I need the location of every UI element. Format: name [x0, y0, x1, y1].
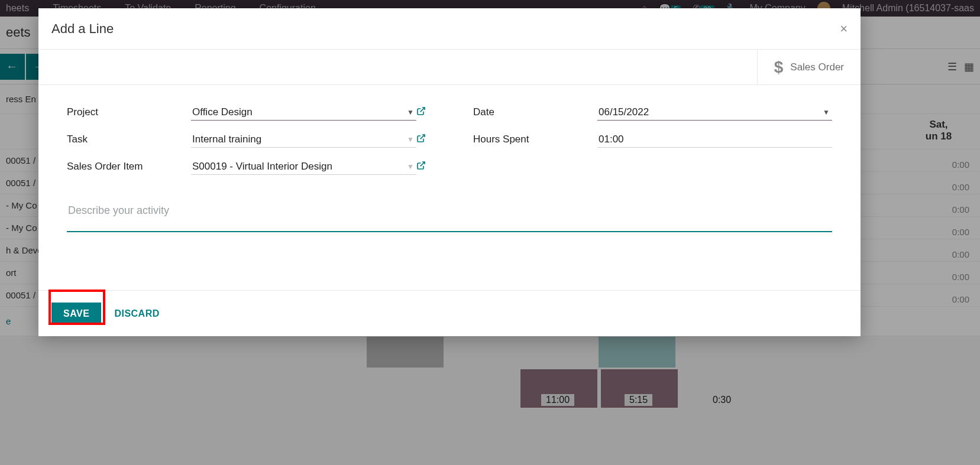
svg-line-0: [421, 108, 425, 112]
external-link-icon[interactable]: [416, 161, 426, 173]
date-input[interactable]: [597, 105, 832, 121]
sales-order-label: Sales Order: [790, 61, 844, 73]
sales-order-button[interactable]: $ Sales Order: [757, 50, 861, 84]
modal-title: Add a Line: [51, 21, 114, 37]
hours-spent-label: Hours Spent: [473, 134, 597, 145]
date-label: Date: [473, 106, 597, 118]
description-input[interactable]: [67, 201, 832, 232]
project-label: Project: [67, 106, 191, 118]
modal-header: Add a Line ×: [38, 8, 861, 50]
close-icon[interactable]: ×: [840, 21, 848, 37]
sales-order-item-label: Sales Order Item: [67, 161, 191, 173]
sales-order-item-input[interactable]: [191, 159, 416, 175]
dollar-icon: $: [774, 58, 784, 77]
add-line-modal: Add a Line × $ Sales Order Project ▼: [38, 8, 861, 336]
project-input[interactable]: [191, 105, 416, 121]
task-input[interactable]: [191, 132, 416, 148]
modal-footer: SAVE DISCARD: [38, 290, 861, 336]
external-link-icon[interactable]: [416, 134, 426, 146]
hours-spent-input[interactable]: [597, 132, 832, 148]
save-button[interactable]: SAVE: [51, 303, 101, 325]
discard-button[interactable]: DISCARD: [114, 308, 159, 319]
modal-action-bar: $ Sales Order: [38, 50, 861, 85]
svg-line-1: [421, 135, 425, 139]
svg-line-2: [421, 162, 425, 166]
external-link-icon[interactable]: [416, 106, 426, 119]
task-label: Task: [67, 134, 191, 145]
